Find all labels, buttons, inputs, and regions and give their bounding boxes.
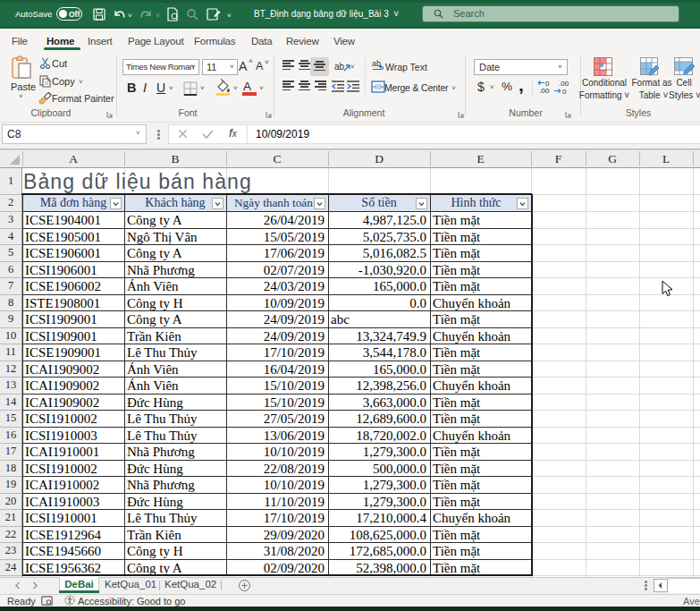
svg-text:.00: .00 <box>539 87 550 94</box>
svg-text:ab: ab <box>334 62 345 72</box>
svg-text:.00: .00 <box>559 80 569 88</box>
svg-text:0: 0 <box>562 88 567 94</box>
